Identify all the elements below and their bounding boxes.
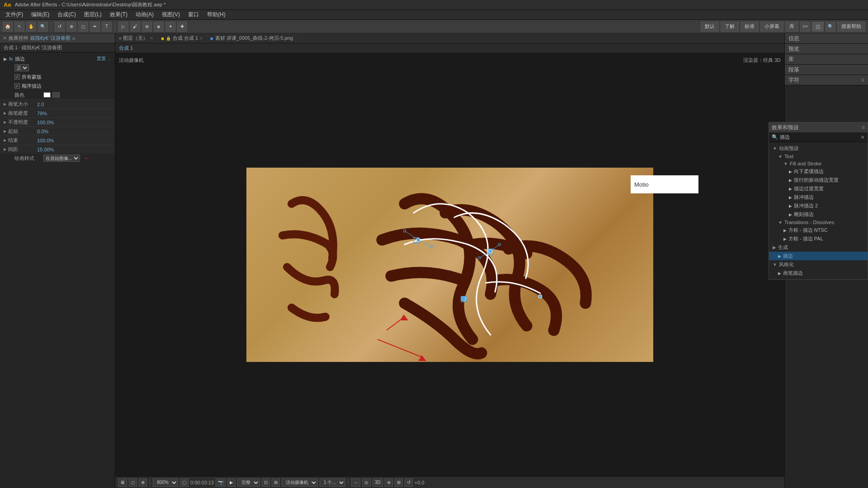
puppet-tool[interactable]: ⊕ [66,22,76,32]
zoom-tool[interactable]: 🔍 [38,22,48,32]
stylize-category[interactable]: ▼ 风格化 [769,260,868,269]
menu-file[interactable]: 文件(F) [2,10,27,19]
color-swatch-dark[interactable] [52,92,60,98]
tab-footage[interactable]: ■ 素材 讲课_0005_曲线-2-拷贝-5.png [207,33,297,43]
hand-tool[interactable]: ✋ [26,22,36,32]
paint-tool[interactable]: 🖌 [130,22,140,32]
menu-layer[interactable]: 图层(L) [80,10,105,19]
box-ntsc-item[interactable]: ▶ 方框 - 描边 NTSC [769,226,868,235]
workspace-library[interactable]: 库 [785,22,798,32]
mask-tool[interactable]: ◻ [78,22,88,32]
magnify-btn[interactable]: ◫ [812,22,824,32]
search-clear-btn[interactable]: ✕ [860,134,865,141]
menu-view[interactable]: 视图(V) [158,10,184,19]
reset-btn[interactable]: ↺ [405,479,413,487]
zoom-select[interactable]: 800% 400% 100% 50% [153,479,178,487]
reset-btn[interactable]: 置置 [97,56,106,62]
tab-comp1[interactable]: ■ 🔒 合成 合成 1 ≡ [157,33,207,43]
3d-btn[interactable]: 3D [373,479,383,487]
brush-size-value[interactable]: 2.0 [37,102,44,107]
all-masks-checkbox[interactable] [14,74,20,80]
effects-panel-menu[interactable]: ≡ [862,124,865,131]
stroke-row-item[interactable]: ▶ 按行的振动描边宽度 [769,176,868,184]
pen-tool[interactable]: ✒ [90,22,100,32]
pulse-stroke-item[interactable]: ▶ 脉冲描边 [769,193,868,202]
camera-select[interactable]: 活动摄像机 [282,479,318,487]
color-swatch-white[interactable] [43,92,51,98]
library-title[interactable]: 库 [785,54,868,64]
carve-stroke-item[interactable]: ▶ 雕刻描边 [769,210,868,219]
start-value[interactable]: 0.0% [37,129,48,134]
workspace-small[interactable]: 小屏幕 [760,22,783,32]
monitor-btn[interactable]: 🖥 [118,479,127,487]
info-title[interactable]: 信息 [785,33,868,43]
solo-btn[interactable]: ◎ [362,479,371,487]
brush-hardness-value[interactable]: 79% [37,111,47,116]
box-pal-item[interactable]: ▶ 方框 - 描边 PAL [769,235,868,243]
panel-menu-btn[interactable]: ≡ [72,36,75,41]
menu-animation[interactable]: 动画(A) [132,10,157,19]
effects-control-layer-link[interactable]: 鍑戝€у€ ′汉游春图 [30,35,71,42]
end-row[interactable]: ▶ 结束 100.0% [0,136,115,145]
paint-order-select[interactable]: 正 [14,64,29,71]
search-btn[interactable]: 🔍 [826,22,835,32]
effects-search-input[interactable] [780,135,859,140]
paragraph-title[interactable]: 段落 [785,65,868,75]
shape-tool[interactable]: ▷ [118,22,128,32]
arrow-tool[interactable]: ↖ [14,22,24,32]
overlay-btn[interactable]: ⊞ [272,479,280,487]
tab-layers-none[interactable]: ≡ 图层（无） ✕ [115,33,157,43]
stroke-effect-item[interactable]: ▶ 描边 [769,252,868,260]
grid-btn[interactable]: ⊞ [395,479,403,487]
sync-btn[interactable]: ↔ [351,479,360,487]
text-tool[interactable]: T [102,22,112,32]
layer-count-select[interactable]: 1 个... [320,479,345,487]
opacity-row[interactable]: ▶ 不透明度 100.0% [0,117,115,127]
opacity-value[interactable]: 100.0% [37,120,54,125]
menu-edit[interactable]: 编辑(E) [28,10,53,19]
workspace-default[interactable]: 默认 [701,22,719,32]
pulse-stroke2-item[interactable]: ▶ 脉冲描边 2 [769,202,868,210]
quality-select[interactable]: 完整 [237,479,260,487]
preview-title[interactable]: 预览 [785,44,868,54]
start-row[interactable]: ▶ 起始 0.0% [0,127,115,136]
camera-snapshot[interactable]: 📷 [216,479,226,487]
home-btn[interactable]: 🏠 [3,22,13,32]
puppet-pin[interactable]: ✚ [177,22,187,32]
comp-btn[interactable]: ◻ [129,479,137,487]
spacing-value[interactable]: 15.00% [37,147,54,152]
menu-window[interactable]: 窗口 [184,10,203,19]
workspace-learn[interactable]: 了解 [721,22,739,32]
tab-layers-close[interactable]: ✕ [150,36,153,41]
clone-tool[interactable]: ⊗ [142,22,152,32]
roto-tool[interactable]: ✦ [165,22,175,32]
menu-effect[interactable]: 效果(T) [106,10,131,19]
rotate-tool[interactable]: ↺ [55,22,65,32]
stroke-width-item[interactable]: ▶ 描边过渡宽度 [769,184,868,193]
seq-stroke-checkbox[interactable] [14,83,20,89]
workspace-standard[interactable]: 标准 [741,22,759,32]
panel-close-btn[interactable]: ✕ [3,35,7,41]
stereo-btn[interactable]: ⊛ [385,479,393,487]
anim-presets-category[interactable]: ▼ 动画预设 [769,144,868,153]
brush-hardness-row[interactable]: ▶ 画笔硬度 79% [0,108,115,117]
menu-composition[interactable]: 合成(C) [54,10,80,19]
search-help[interactable]: 搜索帮助 [837,22,865,32]
tab-comp1-menu[interactable]: ≡ [200,36,203,41]
end-value[interactable]: 100.0% [37,138,54,143]
menu-help[interactable]: 帮助(H) [203,10,229,19]
fast-prev[interactable]: ⊡ [262,479,270,487]
eraser-tool[interactable]: ◈ [154,22,164,32]
paint-style-select[interactable]: 在原始图像... [43,155,80,162]
region-btn[interactable]: ⊕ [139,479,147,487]
preview-btn[interactable]: ▶ [227,479,236,487]
stroke-down-item[interactable]: ▶ 向下柔缓描边 [769,167,868,176]
text-category[interactable]: ▼ Text [769,153,868,160]
transitions-dissolves-category[interactable]: ▼ Transitions - Dissolves [769,219,868,226]
spacing-row[interactable]: ▶ 间距 15.00% [0,145,115,154]
character-title[interactable]: 字符 ≡ [785,75,868,85]
brush-size-row[interactable]: ▶ 画笔大小 2.0 [0,99,115,108]
character-menu[interactable]: ≡ [861,77,864,83]
generate-category[interactable]: ▶ 生成 [769,243,868,252]
workspace-expand[interactable]: >> [800,22,810,32]
